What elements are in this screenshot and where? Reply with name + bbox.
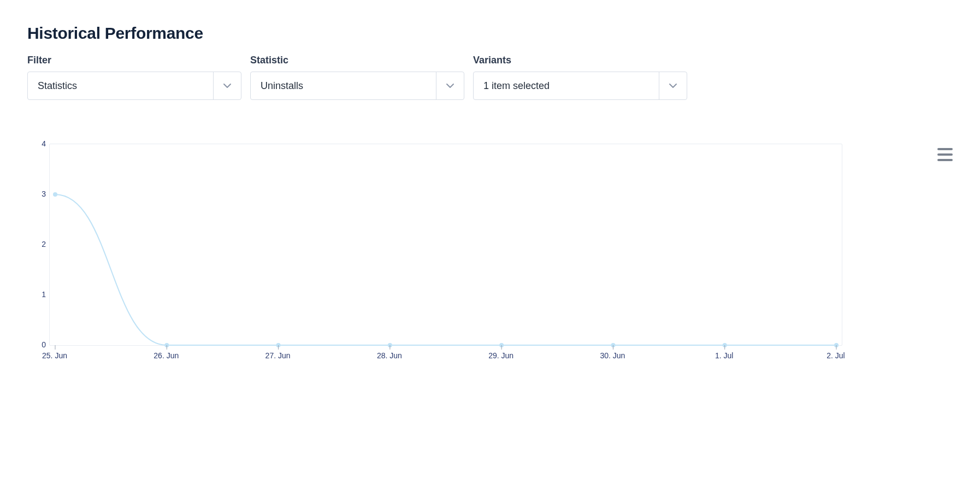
y-tick-label: 4 bbox=[42, 139, 46, 148]
chart-block: Variant 1 01234 25. Jun26. Jun27. Jun28.… bbox=[27, 144, 953, 364]
chart-plot-area[interactable] bbox=[49, 144, 842, 346]
variants-dropdown-chevron-wrap bbox=[659, 72, 687, 99]
filter-dropdown-chevron-wrap bbox=[213, 72, 241, 99]
x-tick-label: 29. Jun bbox=[488, 351, 513, 360]
chart-series-svg bbox=[50, 144, 842, 345]
x-tick-label: 26. Jun bbox=[154, 351, 179, 360]
x-tick-label: 30. Jun bbox=[600, 351, 625, 360]
x-tick-label: 27. Jun bbox=[265, 351, 291, 360]
y-tick-label: 2 bbox=[42, 240, 46, 248]
chevron-down-icon bbox=[446, 81, 454, 90]
filter-dropdown-value: Statistics bbox=[28, 80, 213, 92]
page-title: Historical Performance bbox=[27, 24, 953, 43]
series-line bbox=[55, 194, 836, 345]
series-point[interactable] bbox=[53, 192, 57, 197]
x-axis-labels: 25. Jun26. Jun27. Jun28. Jun29. Jun30. J… bbox=[49, 351, 953, 364]
y-tick-label: 0 bbox=[42, 340, 46, 349]
filter-dropdown[interactable]: Statistics bbox=[27, 72, 241, 100]
x-tick-label: 28. Jun bbox=[377, 351, 402, 360]
statistic-label: Statistic bbox=[250, 55, 464, 66]
filter-field: Filter Statistics bbox=[27, 55, 241, 100]
y-tick-label: 1 bbox=[42, 290, 46, 299]
y-axis-labels: 01234 bbox=[33, 144, 46, 345]
x-tick-label: 1. Jul bbox=[715, 351, 733, 360]
statistic-dropdown[interactable]: Uninstalls bbox=[250, 72, 464, 100]
y-tick-label: 3 bbox=[42, 190, 46, 198]
statistic-dropdown-chevron-wrap bbox=[436, 72, 464, 99]
variants-dropdown-value: 1 item selected bbox=[474, 80, 659, 92]
plot-wrap: 01234 25. Jun26. Jun27. Jun28. Jun29. Ju… bbox=[49, 144, 953, 364]
chevron-down-icon bbox=[223, 81, 232, 90]
variants-label: Variants bbox=[473, 55, 687, 66]
filters-row: Filter Statistics Statistic Uninstalls bbox=[27, 55, 953, 100]
filter-label: Filter bbox=[27, 55, 241, 66]
x-tick-label: 2. Jul bbox=[826, 351, 845, 360]
historical-performance-page: Historical Performance Filter Statistics… bbox=[0, 0, 980, 497]
chevron-down-icon bbox=[669, 81, 677, 90]
x-tick-label: 25. Jun bbox=[42, 351, 67, 360]
statistic-dropdown-value: Uninstalls bbox=[251, 80, 436, 92]
statistic-field: Statistic Uninstalls bbox=[250, 55, 464, 100]
variants-dropdown[interactable]: 1 item selected bbox=[473, 72, 687, 100]
variants-field: Variants 1 item selected bbox=[473, 55, 687, 100]
